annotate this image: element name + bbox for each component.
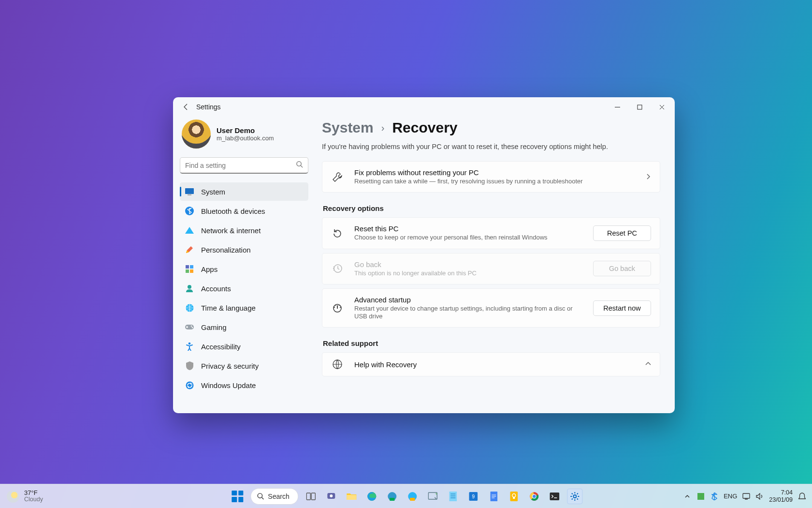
- recovery-options-heading: Recovery options: [323, 204, 660, 212]
- sidebar-item-privacy[interactable]: Privacy & security: [180, 357, 308, 375]
- svg-point-1: [297, 162, 301, 166]
- globe-icon: [331, 359, 344, 369]
- sidebar-item-label: Accounts: [201, 284, 231, 293]
- google-docs-icon[interactable]: [486, 489, 502, 504]
- svg-rect-7: [186, 269, 189, 273]
- sidebar-item-apps[interactable]: Apps: [180, 260, 308, 278]
- chrome-icon[interactable]: [527, 489, 542, 504]
- gaming-icon: [185, 322, 194, 332]
- breadcrumb-parent[interactable]: System: [322, 120, 374, 136]
- sidebar-item-label: System: [201, 188, 225, 196]
- accounts-icon: [185, 284, 194, 293]
- reset-pc-button[interactable]: Reset PC: [593, 225, 651, 241]
- task-view-icon[interactable]: [304, 489, 319, 504]
- svg-point-12: [191, 326, 192, 327]
- card-subtitle: Choose to keep or remove your personal f…: [354, 234, 582, 241]
- network-tray-icon[interactable]: [742, 492, 751, 501]
- chat-icon[interactable]: [324, 489, 339, 504]
- help-with-recovery-card[interactable]: Help with Recovery: [322, 352, 660, 376]
- apps-icon: [185, 264, 194, 274]
- profile-block[interactable]: User Demo m_lab@outlook.com: [180, 117, 308, 156]
- fix-problems-card[interactable]: Fix problems without resetting your PC R…: [322, 161, 660, 193]
- svg-rect-5: [186, 265, 189, 269]
- language-indicator[interactable]: ENG: [724, 493, 737, 500]
- svg-point-15: [186, 381, 193, 389]
- edge-beta-icon[interactable]: [385, 489, 400, 504]
- snipping-tool-icon[interactable]: +: [425, 489, 441, 504]
- svg-rect-6: [190, 265, 193, 269]
- taskbar-search[interactable]: Search: [250, 488, 298, 505]
- start-button[interactable]: [229, 488, 246, 505]
- system-icon: [185, 187, 194, 196]
- taskbar: 37°F Cloudy Search + 9 ENG 7:04 2: [0, 484, 812, 508]
- taskbar-center: Search + 9: [229, 488, 582, 505]
- sidebar-item-gaming[interactable]: Gaming: [180, 318, 308, 336]
- svg-text:+: +: [435, 492, 438, 496]
- svg-rect-3: [188, 194, 191, 195]
- sidebar-nav: System Bluetooth & devices Network & int…: [180, 182, 308, 394]
- restart-now-button[interactable]: Restart now: [593, 300, 651, 316]
- back-arrow-icon: [182, 103, 190, 111]
- svg-rect-47: [697, 493, 704, 500]
- sidebar-item-label: Network & internet: [201, 226, 261, 235]
- back-button[interactable]: [179, 100, 193, 114]
- breadcrumb: System › Recovery: [322, 117, 660, 136]
- taskbar-search-label: Search: [268, 493, 289, 500]
- edge-icon[interactable]: [364, 489, 380, 504]
- sidebar-item-label: Bluetooth & devices: [201, 207, 265, 215]
- terminal-icon[interactable]: [547, 489, 563, 504]
- system-tray: ENG 7:04 23/01/09: [683, 489, 812, 503]
- related-support-heading: Related support: [323, 339, 660, 347]
- tray-app-icon[interactable]: [696, 492, 705, 501]
- reset-pc-card: Reset this PC Choose to keep or remove y…: [322, 217, 660, 249]
- edge-canary-icon[interactable]: [405, 489, 420, 504]
- notepad-icon[interactable]: [446, 489, 461, 504]
- maximize-button[interactable]: [628, 99, 651, 115]
- breadcrumb-current: Recovery: [392, 120, 457, 136]
- sidebar-item-time-language[interactable]: Time & language: [180, 299, 308, 317]
- weather-widget[interactable]: 37°F Cloudy: [0, 490, 43, 503]
- profile-email: m_lab@outlook.com: [217, 134, 274, 142]
- sidebar-item-accessibility[interactable]: Accessibility: [180, 337, 308, 356]
- sidebar-item-system[interactable]: System: [180, 182, 308, 201]
- minimize-button[interactable]: [606, 99, 628, 115]
- titlebar: Settings: [173, 97, 675, 117]
- card-title: Go back: [354, 260, 582, 269]
- history-icon: [331, 263, 344, 274]
- weather-text: Cloudy: [24, 496, 43, 503]
- go-back-button: Go back: [593, 261, 651, 276]
- svg-point-46: [574, 495, 577, 498]
- search-input[interactable]: [185, 162, 296, 169]
- sidebar-item-bluetooth[interactable]: Bluetooth & devices: [180, 202, 308, 220]
- sidebar-item-personalization[interactable]: Personalization: [180, 240, 308, 259]
- svg-rect-30: [410, 498, 415, 501]
- notifications-icon[interactable]: [798, 492, 806, 501]
- svg-rect-0: [638, 105, 642, 109]
- close-button[interactable]: [651, 99, 673, 115]
- avatar: [182, 120, 211, 149]
- file-explorer-icon[interactable]: [344, 489, 360, 504]
- sidebar: User Demo m_lab@outlook.com System Bluet…: [173, 117, 315, 413]
- google-keep-icon[interactable]: [507, 489, 522, 504]
- tray-bluetooth-icon[interactable]: [710, 492, 719, 501]
- search-field[interactable]: [180, 157, 308, 174]
- sidebar-item-windows-update[interactable]: Windows Update: [180, 376, 308, 394]
- sidebar-item-label: Privacy & security: [201, 362, 259, 370]
- go-back-card: Go back This option is no longer availab…: [322, 253, 660, 284]
- sidebar-item-accounts[interactable]: Accounts: [180, 279, 308, 298]
- power-gear-icon: [331, 303, 344, 314]
- main-content: System › Recovery If you're having probl…: [315, 117, 675, 413]
- maximize-icon: [637, 105, 642, 110]
- svg-rect-49: [745, 499, 748, 500]
- volume-tray-icon[interactable]: [755, 492, 764, 501]
- svg-rect-37: [510, 492, 518, 501]
- settings-app-icon[interactable]: [567, 489, 583, 504]
- svg-rect-39: [513, 497, 515, 499]
- tray-overflow-icon[interactable]: [683, 492, 692, 501]
- clock[interactable]: 7:04 23/01/09: [769, 489, 793, 503]
- svg-rect-28: [390, 498, 395, 501]
- calendar-icon[interactable]: 9: [466, 489, 481, 504]
- sidebar-item-network[interactable]: Network & internet: [180, 221, 308, 239]
- svg-rect-2: [185, 188, 194, 194]
- svg-rect-33: [450, 492, 457, 501]
